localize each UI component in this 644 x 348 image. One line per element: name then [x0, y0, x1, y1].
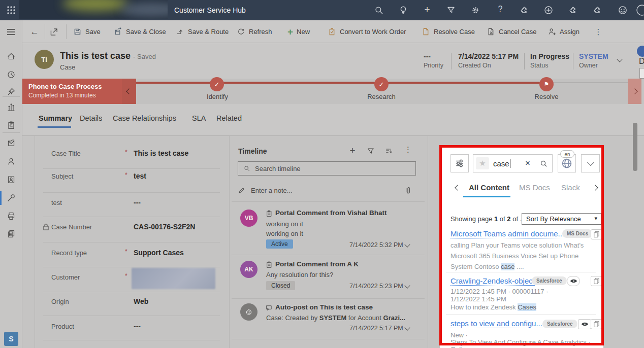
assign-button[interactable]: Assign [548, 20, 579, 43]
sidebar-item-contacts[interactable] [7, 175, 16, 184]
apps-puzzle-icon[interactable] [568, 6, 578, 16]
add-circle-icon[interactable] [543, 5, 554, 15]
collapse-panel-chevron-button[interactable] [581, 154, 600, 172]
timeline-entry-date: 7/14/2022 5:23 PM [349, 283, 403, 290]
save-route-icon [176, 27, 184, 36]
waffle-app-launcher-icon[interactable] [6, 5, 16, 15]
panel-tab-slack[interactable]: Slack [561, 183, 580, 192]
emoji-feedback-icon[interactable] [617, 5, 628, 16]
sidebar-item-queues[interactable] [7, 138, 16, 148]
bpf-collapse-chevron[interactable] [122, 79, 136, 104]
timeline-sort-icon[interactable] [385, 147, 394, 156]
cancel-case-icon [487, 27, 495, 36]
settings-gear-icon[interactable] [471, 6, 481, 16]
sidebar-item-dashboards[interactable] [7, 103, 16, 112]
search-submit-icon[interactable] [539, 159, 548, 168]
test-field-value[interactable]: --- [134, 198, 141, 206]
more-commands-icon[interactable]: ⋮ [593, 20, 603, 43]
case-title-value[interactable]: This is test case [134, 149, 188, 157]
timeline-entry: Auto-post on This is test case Case: Cre… [230, 301, 428, 342]
save-and-route-button[interactable]: Save & Route [176, 20, 229, 43]
resolve-case-button[interactable]: Resolve Case [422, 20, 475, 43]
open-in-new-window-icon[interactable] [49, 27, 62, 37]
save-icon [73, 27, 82, 36]
account-avatar-icon[interactable] [636, 4, 644, 16]
note-input[interactable]: Enter a note... [238, 184, 416, 197]
back-button[interactable]: ← [28, 20, 41, 43]
origin-value[interactable]: Web [134, 297, 148, 305]
refresh-button[interactable]: Refresh [237, 20, 272, 43]
tab-related[interactable]: Related [216, 114, 242, 122]
redacted-customer-value[interactable] [132, 268, 215, 289]
expand-entry-chevron[interactable] [404, 283, 410, 288]
attachment-paperclip-icon[interactable] [404, 186, 412, 195]
scrollbar-thumb[interactable] [633, 123, 637, 171]
preview-eye-icon[interactable] [578, 319, 591, 329]
sort-dropdown[interactable]: Sort By Relevance ▾ [522, 213, 601, 225]
tab-case-relationships[interactable]: Case Relationships [113, 114, 176, 122]
filter-icon[interactable] [446, 6, 457, 16]
search-filters-button[interactable] [450, 154, 469, 172]
subject-value[interactable]: test [134, 172, 146, 180]
lock-icon [43, 223, 50, 231]
bpf-stage-identify-node[interactable]: ✓ [210, 77, 224, 91]
help-icon[interactable]: ? [496, 5, 505, 16]
bpf-next-stage-chevron[interactable] [628, 79, 641, 104]
sidebar-item-home[interactable] [7, 52, 16, 61]
menu-hamburger-icon[interactable] [7, 28, 16, 38]
record-type-value[interactable]: Support Cases [134, 249, 184, 257]
timeline-more-icon[interactable]: ⋮ [404, 145, 411, 155]
copy-result-icon[interactable] [591, 229, 602, 239]
lightbulb-icon[interactable] [398, 5, 408, 16]
field-label: Case Number [51, 223, 92, 231]
convert-to-work-order-button[interactable]: Convert to Work Order [328, 20, 406, 43]
owner-link[interactable]: SYSTEM [579, 52, 608, 60]
copy-result-icon[interactable] [591, 276, 602, 286]
saved-indicator: - Saved [133, 53, 156, 60]
timeline-entry-title: Portal Comment from Vishal Bhatt [275, 209, 387, 217]
truncated-side-panel-letter: D [639, 57, 644, 66]
power-apps-puzzle-icon[interactable] [520, 6, 530, 16]
tab-details[interactable]: Details [80, 114, 102, 122]
add-icon[interactable]: + [422, 5, 432, 15]
expand-entry-chevron[interactable] [404, 325, 410, 330]
record-entity-type: Case [60, 63, 75, 71]
search-icon[interactable] [374, 5, 384, 15]
field-label: Product [51, 323, 74, 330]
sidebar-item-articles[interactable] [7, 229, 16, 238]
cancel-case-button[interactable]: Cancel Case [487, 20, 536, 43]
panel-search-input[interactable]: ★ case × [473, 154, 553, 172]
result-title-link[interactable]: steps to view and configu... [450, 319, 542, 328]
panel-tab-all-content[interactable]: All Content [469, 183, 509, 192]
bpf-stage-resolve-node[interactable]: ⚑ [539, 77, 554, 91]
save-and-close-button[interactable]: Save & Close [114, 20, 166, 43]
header-expand-chevron-icon[interactable] [618, 54, 626, 62]
result-title-link[interactable]: Crawling-Zendesk-object [450, 276, 535, 286]
expand-entry-chevron[interactable] [404, 241, 410, 247]
sidebar-item-pinned[interactable] [7, 87, 16, 96]
tab-sla[interactable]: SLA [192, 114, 206, 122]
sidebar-item-knowledge[interactable] [7, 212, 16, 221]
tab-summary[interactable]: Summary [39, 114, 72, 122]
bpf-active-stage-block[interactable]: Phone to Case Process Completed in 13 mi… [22, 79, 122, 104]
copy-result-icon[interactable] [591, 319, 602, 329]
automate-puzzle-icon[interactable] [593, 6, 603, 16]
bpf-stage-research-node[interactable]: ✓ [374, 77, 389, 91]
timeline-filter-icon[interactable] [367, 147, 376, 156]
sidebar-item-recent[interactable] [7, 70, 16, 79]
field-label: Case Title [51, 150, 81, 157]
field-label: Record type [51, 249, 87, 257]
sidebar-item-services-active[interactable] [7, 193, 16, 202]
timeline-search-input[interactable]: Search timeline [238, 161, 416, 176]
sidebar-item-activities[interactable] [7, 121, 16, 130]
clear-search-icon[interactable]: × [525, 159, 530, 168]
panel-tab-ms-docs[interactable]: MS Docs [519, 183, 550, 192]
product-value[interactable]: --- [134, 322, 141, 330]
preview-eye-icon[interactable] [567, 276, 580, 286]
timeline-add-icon[interactable]: + [347, 145, 358, 155]
result-title-link[interactable]: Microsoft Teams admin docume... [450, 229, 564, 238]
sidebar-bottom-tile[interactable]: S [4, 332, 18, 346]
sidebar-item-accounts[interactable] [7, 157, 16, 166]
new-button[interactable]: + New [287, 20, 310, 43]
save-button[interactable]: Save [73, 20, 101, 43]
